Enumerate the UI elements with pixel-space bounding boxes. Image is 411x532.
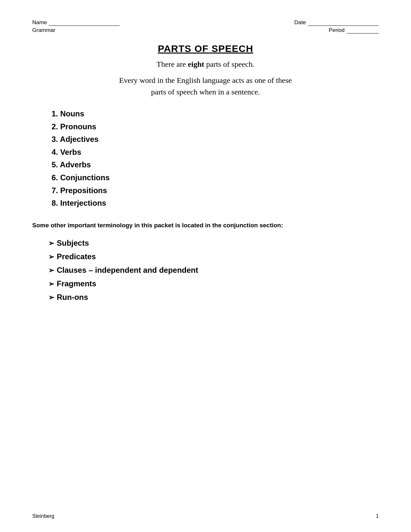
- bullet-list-item: ➢Clauses – independent and dependent: [48, 263, 379, 277]
- period-underline: [347, 27, 379, 34]
- parts-list-item: 7. Prepositions: [52, 184, 379, 197]
- title-section: PARTS OF SPEECH There are eight parts of…: [32, 43, 379, 98]
- arrow-icon: ➢: [48, 291, 54, 304]
- arrow-icon: ➢: [48, 264, 54, 277]
- header-left: Name Grammar: [32, 19, 120, 34]
- arrow-icon: ➢: [48, 237, 54, 250]
- bullet-list: ➢Subjects➢Predicates➢Clauses – independe…: [48, 236, 379, 304]
- footer-author: Steinberg: [32, 513, 54, 519]
- page: Name Grammar Date Period PARTS OF SPEECH…: [0, 0, 411, 532]
- subtitle-bold: eight: [188, 60, 204, 68]
- parts-list-item: 2. Pronouns: [52, 120, 379, 133]
- parts-list: 1. Nouns2. Pronouns3. Adjectives4. Verbs…: [52, 107, 379, 210]
- date-field: Date: [294, 19, 379, 26]
- bullet-text: Fragments: [57, 277, 96, 291]
- bullet-text: Predicates: [57, 250, 96, 263]
- main-title: PARTS OF SPEECH: [32, 43, 379, 54]
- bullet-text: Subjects: [57, 236, 89, 250]
- note-text: Some other important terminology in this…: [32, 222, 283, 229]
- parts-list-item: 8. Interjections: [52, 197, 379, 210]
- name-field: Name: [32, 19, 120, 26]
- note-section: Some other important terminology in this…: [32, 221, 379, 230]
- arrow-icon: ➢: [48, 251, 54, 263]
- period-label: Period: [329, 27, 345, 34]
- bullet-text: Run-ons: [57, 291, 88, 304]
- date-underline: [308, 19, 379, 26]
- bullet-list-item: ➢Subjects: [48, 236, 379, 250]
- parts-list-item: 1. Nouns: [52, 107, 379, 120]
- parts-list-item: 5. Adverbs: [52, 158, 379, 171]
- bullet-text: Clauses – independent and dependent: [57, 263, 198, 277]
- bullet-list-item: ➢Fragments: [48, 277, 379, 291]
- bullet-list-item: ➢Predicates: [48, 250, 379, 263]
- parts-list-item: 4. Verbs: [52, 146, 379, 159]
- period-field: Period: [329, 27, 379, 34]
- name-underline: [49, 19, 120, 26]
- grammar-field: Grammar: [32, 27, 120, 34]
- header: Name Grammar Date Period: [32, 19, 379, 34]
- parts-list-item: 3. Adjectives: [52, 133, 379, 146]
- footer: Steinberg 1: [32, 513, 379, 519]
- header-right: Date Period: [294, 19, 379, 34]
- parts-list-item: 6. Conjunctions: [52, 171, 379, 184]
- description: Every word in the English language acts …: [32, 74, 379, 98]
- subtitle-prefix: There are: [157, 60, 188, 68]
- subtitle: There are eight parts of speech.: [32, 60, 379, 69]
- name-label: Name: [32, 19, 47, 26]
- date-label: Date: [294, 19, 306, 26]
- bullet-list-item: ➢Run-ons: [48, 291, 379, 304]
- subtitle-suffix: parts of speech.: [204, 60, 254, 68]
- footer-page: 1: [376, 513, 379, 519]
- grammar-label: Grammar: [32, 27, 55, 34]
- arrow-icon: ➢: [48, 278, 54, 291]
